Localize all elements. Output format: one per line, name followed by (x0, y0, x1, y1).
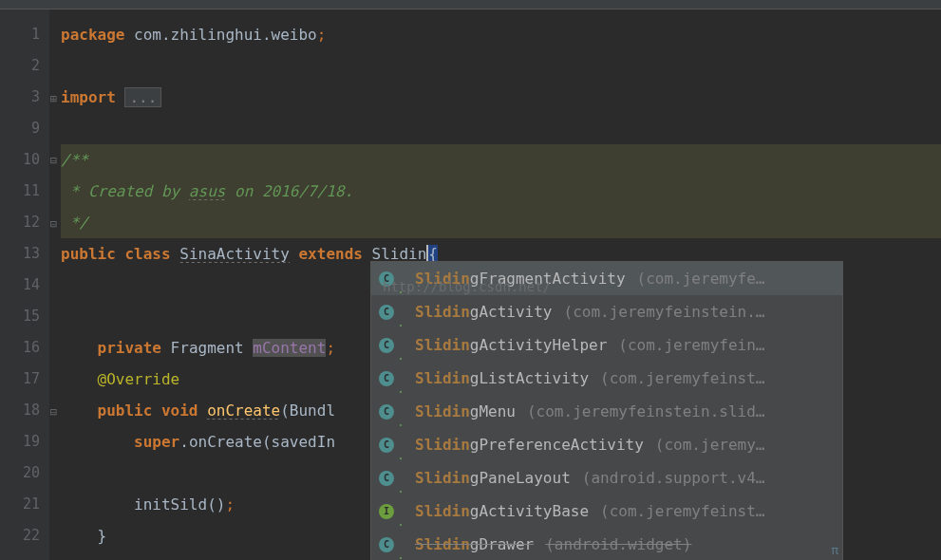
line-number: 2 (0, 50, 40, 82)
editor-tab-bar (0, 0, 941, 9)
completion-item[interactable]: C⬩SlidingListActivity(com.jeremyfeinst… (371, 362, 842, 395)
method-call: onCreate (189, 433, 262, 451)
javadoc-body: * Created by (61, 182, 189, 200)
class-icon: C (379, 438, 394, 453)
keyword-void: void (161, 401, 198, 420)
line-number: 13 (0, 238, 40, 270)
parens: () (207, 495, 225, 513)
javadoc-line[interactable]: * Created by asus on 2016/7/18. (61, 176, 941, 207)
param-type: Bundl (290, 401, 335, 420)
completion-label: SlidingMenu (415, 395, 516, 428)
class-icon: C (379, 338, 394, 353)
paren-open: ( (280, 401, 290, 420)
completion-label: SlidingPaneLayout (415, 461, 571, 495)
completion-item[interactable]: C⬩SlidingActivityHelper(com.jeremyfein… (371, 328, 842, 362)
line-number: 21 (0, 489, 40, 520)
line-number: 16 (0, 332, 40, 364)
completion-label: SlidingDrawer (415, 528, 534, 560)
line-number: 18 (0, 395, 40, 426)
completion-package: (android.support.v4… (582, 461, 765, 495)
keyword-class: class (124, 245, 170, 263)
class-icon: C (379, 471, 394, 486)
completion-package: (com.jeremyfeinstein.… (564, 295, 765, 328)
type-name: Fragment (171, 339, 244, 357)
line-number: 11 (0, 176, 40, 207)
class-icon: C (379, 404, 394, 420)
code-line[interactable] (61, 113, 941, 144)
javadoc-close: */ (61, 214, 88, 232)
paren-open: ( (262, 433, 272, 451)
completion-item[interactable]: C⬩SlidingPreferenceActivity(com.jeremy… (371, 428, 842, 461)
line-gutter: 1 2 3 9 10 11 12 13 14 15 16 17 18 19 20… (0, 9, 49, 560)
completion-item[interactable]: I⬩SlidingActivityBase(com.jeremyfeinst… (371, 495, 842, 528)
keyword-super: super (134, 433, 179, 451)
keyword-public: public (61, 245, 116, 263)
lock-sub-icon: ⬩ (398, 341, 407, 350)
semicolon: ; (326, 339, 335, 357)
line-number: 9 (0, 113, 40, 144)
keyword-import: import (61, 88, 116, 106)
completion-item[interactable]: C⬩SlidingActivity(com.jeremyfeinstein.… (371, 295, 842, 328)
lock-sub-icon: ⬩ (398, 474, 407, 483)
keyword-extends: extends (298, 245, 362, 263)
watermark-text: http://blog.csdn.net/ (383, 279, 551, 294)
javadoc-line[interactable]: */ (61, 207, 941, 238)
completion-package: (android.widget) (545, 528, 691, 560)
completion-package: (com.jeremyfeinst… (600, 362, 764, 395)
class-name-text: SinaActivity (179, 245, 290, 263)
argument: savedIn (272, 433, 335, 451)
author-name: asus (189, 182, 226, 200)
completion-label: SlidingActivityBase (415, 495, 589, 528)
close-brace: } (98, 527, 107, 545)
javadoc-rest: on 2016/7/18. (225, 182, 353, 200)
line-number: 19 (0, 426, 40, 457)
completion-package: (com.jeremyfeinstein.slid… (527, 395, 764, 428)
lock-sub-icon: ⬩ (398, 374, 407, 383)
class-icon: C (379, 305, 394, 320)
code-line[interactable] (61, 50, 941, 82)
interface-icon: I (379, 504, 394, 519)
javadoc-line[interactable]: /** (61, 144, 941, 176)
completion-package: (com.jeremyfe… (637, 262, 765, 295)
lock-sub-icon: ⬩ (398, 407, 407, 417)
code-completion-popup[interactable]: http://blog.csdn.net/ C⬩SlidingFragmentA… (370, 261, 843, 560)
completion-item[interactable]: C⬩SlidingMenu(com.jeremyfeinstein.slid… (371, 395, 842, 428)
keyword-private: private (98, 339, 161, 357)
completion-package: (com.jeremyfeinst… (600, 495, 764, 528)
code-line[interactable]: import ... (61, 82, 941, 113)
method-call: initSild (134, 495, 207, 513)
completion-label: SlidingListActivity (415, 362, 589, 395)
semicolon: ; (317, 26, 327, 44)
keyword-package: package (61, 26, 124, 44)
line-number: 15 (0, 301, 40, 332)
import-fold-ellipsis[interactable]: ... (124, 87, 161, 107)
field-name: mContent (253, 339, 326, 357)
semicolon: ; (225, 495, 235, 513)
line-number: 3 (0, 82, 40, 113)
lock-sub-icon: ⬩ (398, 540, 407, 550)
line-number: 12 (0, 207, 40, 238)
keyword-public: public (98, 401, 153, 420)
lock-sub-icon: ⬩ (398, 440, 407, 450)
line-number: 22 (0, 520, 40, 551)
completion-item[interactable]: C⬩SlidingPaneLayout(android.support.v4… (371, 461, 842, 495)
line-number: 1 (0, 19, 40, 50)
line-number: 14 (0, 270, 40, 301)
line-number: 10 (0, 144, 40, 176)
lock-sub-icon: ⬩ (398, 507, 407, 516)
package-path: com.zhilinghui.weibo (134, 26, 317, 44)
completion-label: SlidingActivityHelper (415, 328, 607, 362)
pi-indicator: π (831, 543, 838, 557)
completion-item[interactable]: C⬩SlidingDrawer(android.widget) (371, 528, 842, 560)
dot: . (179, 433, 189, 451)
completion-label: SlidingActivity (415, 295, 553, 328)
line-number: 20 (0, 457, 40, 489)
completion-package: (com.jeremy… (655, 428, 765, 461)
method-name: onCreate (207, 401, 280, 420)
code-line[interactable]: package com.zhilinghui.weibo; (61, 19, 941, 50)
class-icon: C (379, 537, 394, 552)
completion-label: SlidingPreferenceActivity (415, 428, 644, 461)
line-number: 17 (0, 364, 40, 395)
class-icon: C (379, 371, 394, 386)
annotation-override: @Override (98, 370, 180, 388)
